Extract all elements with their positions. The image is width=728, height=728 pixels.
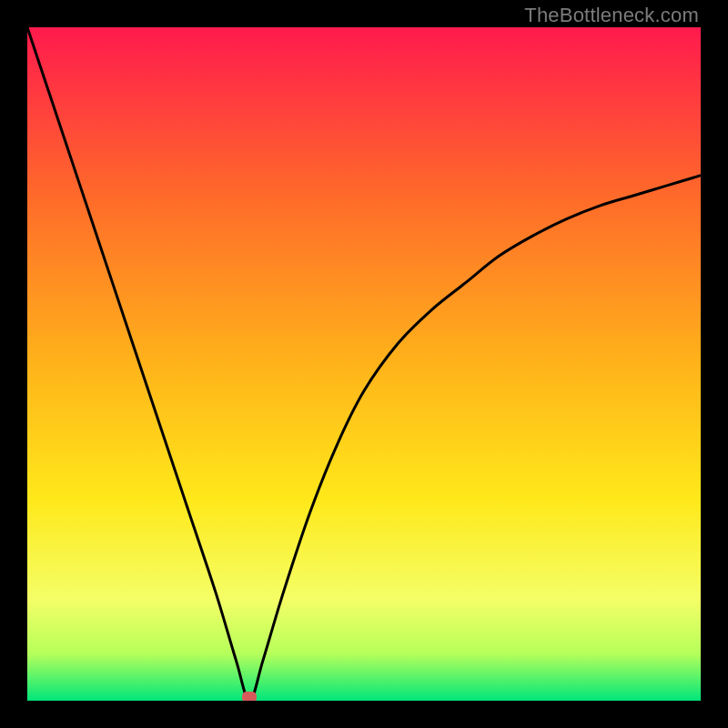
bottleneck-curve: [27, 27, 701, 701]
optimal-point-dot: [242, 692, 257, 701]
watermark-text: TheBottleneck.com: [524, 4, 699, 27]
chart-frame: TheBottleneck.com: [0, 0, 728, 728]
plot-area: [27, 27, 701, 701]
